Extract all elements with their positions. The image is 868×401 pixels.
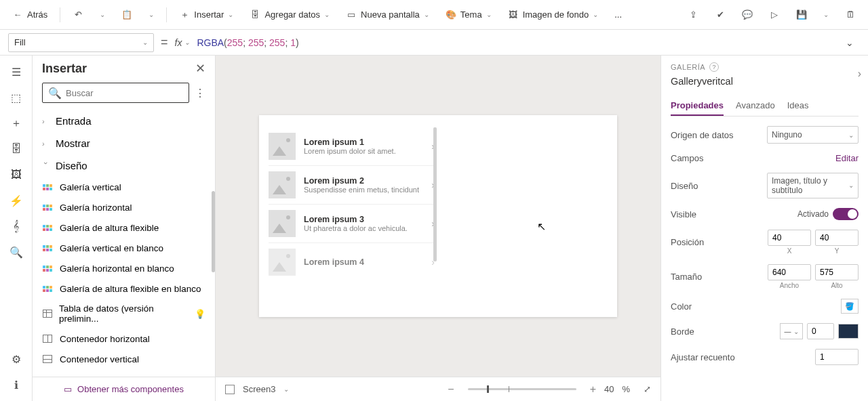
search-input[interactable] <box>66 88 183 98</box>
gallery-icon <box>43 266 52 272</box>
zoom-out[interactable]: − <box>448 383 454 396</box>
category-entrada[interactable]: ›Entrada <box>33 110 215 132</box>
undo-button[interactable]: ↶ <box>66 5 90 24</box>
zoom-in[interactable]: + <box>590 383 596 396</box>
formula-expand[interactable]: ⌄ <box>840 37 860 48</box>
comp-data-table[interactable]: Tabla de datos (versión prelimin...💡 <box>33 299 215 329</box>
search-box[interactable]: 🔍 <box>42 83 189 103</box>
add-rail-button[interactable]: ＋ <box>9 117 23 130</box>
bg-image-label: Imagen de fondo <box>523 9 589 20</box>
comp-galeria-vertical-blank[interactable]: Galería vertical en blanco <box>33 238 215 258</box>
media-rail-button[interactable]: 🖼 <box>9 168 23 182</box>
left-rail: ☰ ⬚ ＋ 🗄 🖼 ⚡ 𝄞 🔍 ⚙ ℹ <box>0 56 33 401</box>
new-screen-label: Nueva pantalla <box>361 9 420 20</box>
chevron-down-icon: ⌄ <box>149 11 154 18</box>
pos-y-input[interactable] <box>815 230 859 246</box>
checker-button[interactable]: ✔︎ <box>708 5 732 24</box>
more-options[interactable]: ⋮ <box>195 87 205 100</box>
comp-galeria-flexible-blank[interactable]: Galería de altura flexible en blanco <box>33 278 215 299</box>
comp-galeria-horizontal-blank[interactable]: Galería horizontal en blanco <box>33 258 215 278</box>
datasource-select[interactable]: Ninguno⌄ <box>767 126 859 144</box>
close-button[interactable]: ✕ <box>195 61 205 76</box>
gallery-item[interactable]: Lorem ipsum 1Lorem ipsum dolor sit amet.… <box>269 127 435 166</box>
screen-preview[interactable]: Lorem ipsum 1Lorem ipsum dolor sit amet.… <box>259 115 617 317</box>
gallery-item[interactable]: Lorem ipsum 2Suspendisse enim metus, tin… <box>269 166 435 205</box>
wrap-input[interactable] <box>815 349 859 365</box>
new-screen-button[interactable]: ▭ Nueva pantalla ⌄ <box>339 5 436 24</box>
paste-split[interactable]: ⌄ <box>142 7 161 22</box>
data-rail-button[interactable]: 🗄 <box>9 142 23 156</box>
comp-galeria-horizontal[interactable]: Galería horizontal <box>33 197 215 217</box>
chevron-down-icon: ⌄ <box>228 11 233 18</box>
theme-button[interactable]: 🎨 Tema ⌄ <box>439 5 498 24</box>
screen-name[interactable]: Screen3 <box>243 384 275 394</box>
save-button[interactable]: 💾 <box>789 5 814 24</box>
flows-rail-button[interactable]: ⚡ <box>9 194 23 207</box>
width-input[interactable] <box>768 264 811 280</box>
publish-button[interactable]: 🗓 <box>838 5 863 24</box>
gallery-scrollbar[interactable] <box>433 127 437 261</box>
border-color-picker[interactable] <box>838 324 859 339</box>
layout-select[interactable]: Imagen, título y subtítulo⌄ <box>767 173 859 198</box>
ask-rail-button[interactable]: ℹ <box>9 378 23 392</box>
overflow-button[interactable]: ... <box>608 5 629 24</box>
tab-propiedades[interactable]: Propiedades <box>671 96 724 116</box>
bg-image-button[interactable]: 🖼 Imagen de fondo ⌄ <box>501 5 606 24</box>
insert-rail-button[interactable]: ⬚ <box>9 91 23 104</box>
play-button[interactable]: ▷ <box>762 5 787 24</box>
add-data-button[interactable]: 🗄 Agregar datos ⌄ <box>243 5 336 24</box>
insert-button[interactable]: ＋ Insertar ⌄ <box>172 5 240 24</box>
chevron-right-icon[interactable]: › <box>431 257 435 268</box>
share-button[interactable]: ⇪ <box>681 5 705 24</box>
tab-ideas[interactable]: Ideas <box>787 96 809 116</box>
get-more-components[interactable]: ▭ Obtener más componentes <box>33 377 215 401</box>
pos-x-input[interactable] <box>768 230 811 246</box>
height-input[interactable] <box>815 264 859 280</box>
canvas-stage[interactable]: Lorem ipsum 1Lorem ipsum dolor sit amet.… <box>216 56 660 377</box>
expand-props[interactable]: › <box>858 68 861 80</box>
visible-toggle[interactable] <box>833 208 859 220</box>
gallery-icon <box>43 205 52 211</box>
category-mostrar[interactable]: ›Mostrar <box>33 132 215 154</box>
border-width-input[interactable] <box>807 323 834 339</box>
tab-avanzado[interactable]: Avanzado <box>736 96 775 116</box>
zoom-slider[interactable] <box>468 388 576 390</box>
paste-button[interactable]: 📋 <box>115 5 139 24</box>
gallery-control[interactable]: Lorem ipsum 1Lorem ipsum dolor sit amet.… <box>269 127 435 281</box>
comp-container-v[interactable]: Contenedor vertical <box>33 349 215 369</box>
comp-container-h[interactable]: Contenedor horizontal <box>33 329 215 349</box>
publish-icon: 🗓 <box>845 9 856 20</box>
palette-icon: 🎨 <box>446 9 456 20</box>
chevron-down-icon: ⌄ <box>846 37 854 48</box>
border-style-select[interactable]: — ⌄ <box>780 323 803 339</box>
chevron-down-icon: ⌄ <box>848 131 854 139</box>
theme-label: Tema <box>460 9 482 20</box>
chevron-down-icon[interactable]: ⌄ <box>283 385 289 393</box>
save-split[interactable]: ⌄ <box>816 7 835 22</box>
help-icon[interactable]: ? <box>709 62 719 72</box>
search-rail-button[interactable]: 🔍 <box>9 245 23 259</box>
fit-to-screen[interactable]: ⤢ <box>644 384 651 394</box>
size-label: Tamaño <box>671 272 768 282</box>
comp-galeria-vertical[interactable]: Galería vertical <box>33 177 215 197</box>
undo-split[interactable]: ⌄ <box>93 7 112 22</box>
scrollbar[interactable] <box>212 191 215 272</box>
property-selector[interactable]: Fill ⌄ <box>8 33 154 52</box>
tree-view-button[interactable]: ☰ <box>9 65 23 79</box>
fx-label[interactable]: fx⌄ <box>175 37 191 48</box>
variables-rail-button[interactable]: 𝄞 <box>9 219 23 233</box>
settings-rail-button[interactable]: ⚙ <box>9 352 23 366</box>
gallery-item[interactable]: Lorem ipsum 4 › <box>269 243 435 281</box>
color-picker[interactable]: 🪣 <box>841 299 859 314</box>
gallery-item[interactable]: Lorem ipsum 3Ut pharetra a dolor ac vehi… <box>269 205 435 243</box>
comp-galeria-flexible[interactable]: Galería de altura flexible <box>33 217 215 238</box>
components-icon: ▭ <box>64 384 72 394</box>
back-button[interactable]: ← Atrás <box>5 5 54 24</box>
category-diseno[interactable]: ›Diseño <box>33 154 215 177</box>
visible-label: Visible <box>671 209 797 219</box>
screen-checkbox[interactable] <box>225 385 235 394</box>
formula-input[interactable]: RGBA(255; 255; 255; 1) <box>197 37 833 48</box>
comments-button[interactable]: 💬 <box>735 5 760 24</box>
separator <box>60 7 60 22</box>
edit-fields-link[interactable]: Editar <box>835 153 859 163</box>
